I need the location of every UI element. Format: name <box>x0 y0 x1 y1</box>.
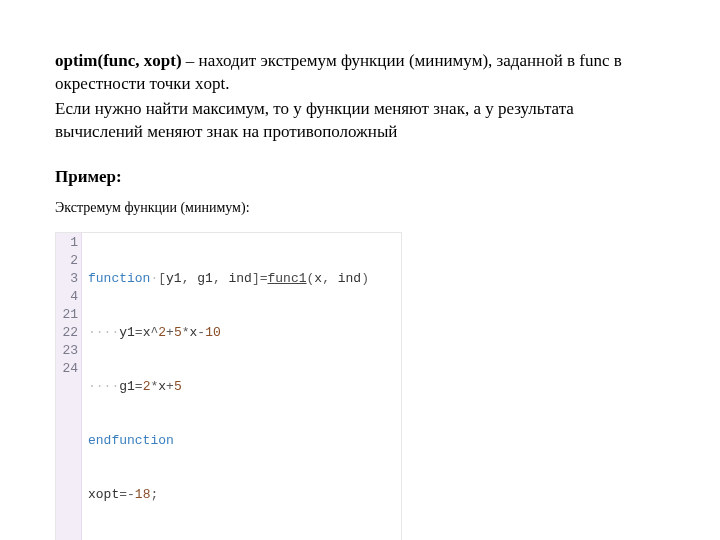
line-number: 2 <box>62 252 78 270</box>
code-line: ····g1=2*x+5 <box>88 378 397 396</box>
code-line: ····y1=x^2+5*x-10 <box>88 324 397 342</box>
line-number: 24 <box>62 360 78 378</box>
code-block: 1 2 3 4 21 22 23 24 function·[y1, g1, in… <box>55 232 402 540</box>
code-line: endfunction <box>88 432 397 450</box>
function-signature: optim(func, xopt) <box>55 51 182 70</box>
line-number: 1 <box>62 234 78 252</box>
line-number: 4 <box>62 288 78 306</box>
line-number: 21 <box>62 306 78 324</box>
code-gutter: 1 2 3 4 21 22 23 24 <box>56 233 82 540</box>
line-number: 23 <box>62 342 78 360</box>
code-lines: function·[y1, g1, ind]=func1(x, ind) ···… <box>82 233 401 540</box>
line-number: 22 <box>62 324 78 342</box>
example-caption: Экстремум функции (минимум): <box>55 199 665 218</box>
line-number: 3 <box>62 270 78 288</box>
description-text-2: Если нужно найти максимум, то у функции … <box>55 98 665 144</box>
example-label: Пример: <box>55 166 665 189</box>
code-line: xopt=-18; <box>88 486 397 504</box>
description-block: optim(func, xopt) – находит экстремум фу… <box>55 50 665 96</box>
code-line: function·[y1, g1, ind]=func1(x, ind) <box>88 270 397 288</box>
